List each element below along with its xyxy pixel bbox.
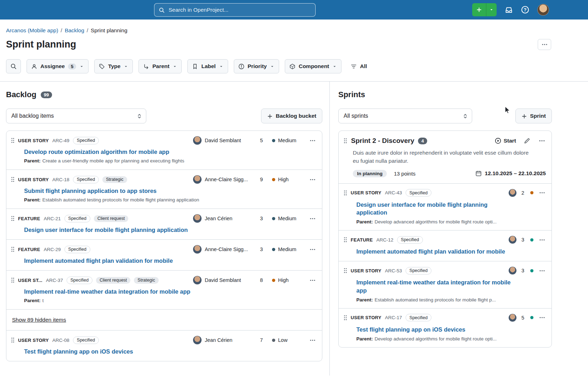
filter-label[interactable]: Label: [187, 59, 228, 73]
status-badge: Specified: [73, 337, 99, 344]
work-item-title-link[interactable]: Implement automated flight plan validati…: [24, 257, 173, 264]
row-overflow-button[interactable]: [309, 337, 316, 344]
show-hidden-items-link[interactable]: Show 89 hidden items: [12, 317, 66, 323]
filter-parent[interactable]: Parent: [138, 59, 182, 73]
label-badge: Strategic: [134, 277, 158, 284]
row-overflow-button[interactable]: [538, 189, 546, 196]
drag-handle-icon[interactable]: [344, 237, 347, 243]
breadcrumb-project-link[interactable]: Arcanos (Mobile app): [6, 27, 58, 33]
drag-handle-icon[interactable]: [11, 246, 15, 252]
sprint-date-range: 12.10.2025 – 22.10.2025: [485, 170, 546, 177]
start-sprint-button[interactable]: Start: [495, 138, 516, 144]
breadcrumb-current: Sprint planning: [91, 27, 127, 33]
work-item-title-link[interactable]: Design user interface for mobile flight …: [356, 201, 487, 216]
hierarchy-icon: [143, 63, 149, 70]
inbox-icon[interactable]: [505, 6, 513, 14]
row-overflow-button[interactable]: [309, 137, 316, 144]
filter-priority[interactable]: Priority: [234, 59, 279, 73]
global-create-button[interactable]: [472, 3, 497, 16]
drag-handle-icon[interactable]: [344, 315, 347, 321]
work-item-row: USER STORY ARC-49 Specified David Sembla…: [6, 131, 322, 170]
work-item-title-link[interactable]: Develop route optimization algorithm for…: [24, 149, 169, 155]
work-item-title-link[interactable]: Implement real-time weather data integra…: [356, 279, 511, 293]
breadcrumb-separator: /: [87, 27, 88, 33]
filter-count-badge: 5: [68, 63, 76, 70]
work-item-title-link[interactable]: Implement automated flight plan validati…: [356, 248, 505, 255]
status-badge: Specified: [397, 236, 423, 244]
sprint-description: Duis aute irure dolor in reprehenderit i…: [353, 149, 532, 165]
parent-text: t: [43, 298, 44, 303]
work-item-title-link[interactable]: Design user interface for mobile flight …: [24, 227, 188, 233]
breadcrumb-section-link[interactable]: Backlog: [65, 27, 84, 33]
caret-down-icon: [79, 63, 84, 70]
avatar: [193, 136, 202, 145]
status-badge: Specified: [64, 246, 90, 253]
filter-all[interactable]: All: [351, 63, 367, 70]
drag-handle-icon[interactable]: [11, 277, 15, 283]
caret-down-icon: [219, 63, 224, 70]
filter-component[interactable]: Component: [285, 59, 341, 73]
story-points: 5: [521, 315, 524, 321]
drag-handle-icon[interactable]: [344, 268, 347, 273]
sprint-work-item-row: FEATURE ARC-12 Specified 3 Implement aut…: [339, 230, 552, 261]
caret-down-icon[interactable]: [486, 3, 497, 16]
row-overflow-button[interactable]: [309, 215, 316, 222]
drag-handle-icon[interactable]: [11, 216, 15, 221]
add-backlog-bucket-button[interactable]: Backlog bucket: [261, 109, 322, 123]
backlog-heading: Backlog: [6, 90, 36, 99]
drag-handle-icon[interactable]: [11, 138, 15, 143]
row-overflow-button[interactable]: [538, 314, 546, 321]
status-badge: Specified: [406, 314, 431, 321]
backlog-filter-select[interactable]: All backlog items: [6, 109, 146, 123]
backlog-column: Backlog 99 All backlog items Backlog buc…: [0, 82, 330, 376]
drag-handle-icon[interactable]: [11, 337, 15, 343]
status-badge: Specified: [406, 189, 431, 196]
assignee-name: Jean Cérien: [205, 337, 259, 343]
work-item-title-link[interactable]: Submit flight planning application to ap…: [24, 188, 157, 194]
work-item-title-link[interactable]: Test flight planning app on iOS devices: [356, 326, 465, 333]
edit-sprint-button[interactable]: [524, 138, 530, 144]
priority-dot: [530, 191, 533, 194]
play-icon: [495, 138, 501, 144]
sprints-column: Sprints All sprints Sprint Sprint 2 - Di…: [330, 82, 588, 376]
avatar: [509, 189, 516, 197]
select-stepper-icon: [463, 113, 468, 119]
sprint-card: Sprint 2 - Discovery 4 Start Duis aute i…: [338, 131, 552, 348]
row-overflow-button[interactable]: [538, 236, 546, 244]
filter-search-button[interactable]: [6, 59, 21, 73]
parent-text: Establish automated testing protocols fo…: [43, 197, 199, 202]
avatar: [193, 175, 202, 184]
help-icon[interactable]: [521, 6, 529, 14]
row-overflow-button[interactable]: [309, 277, 316, 284]
priority-label: High: [278, 277, 289, 283]
global-search-input[interactable]: [154, 3, 316, 17]
parent-text: Establish automated testing protocols fo…: [375, 297, 496, 302]
select-stepper-icon: [137, 113, 142, 119]
alert-circle-icon: [238, 63, 244, 70]
parent-text: Develop advanced algorithms for mobile f…: [375, 336, 497, 342]
row-overflow-button[interactable]: [538, 267, 546, 274]
priority-label: Medium: [278, 138, 296, 143]
status-badge: Specified: [67, 277, 92, 284]
sprint-overflow-button[interactable]: [538, 137, 546, 145]
drag-handle-icon[interactable]: [11, 177, 15, 182]
sprint-work-item-row: USER STORY ARC-17 Specified 5 Test fligh…: [339, 308, 552, 347]
page-overflow-button[interactable]: [538, 39, 551, 50]
work-item-title-link[interactable]: Test flight planning app on iOS devices: [24, 348, 133, 355]
story-points: 9: [260, 177, 268, 182]
calendar-icon: [475, 170, 482, 177]
search-icon: [159, 7, 165, 13]
add-sprint-button[interactable]: Sprint: [515, 109, 552, 123]
backlog-list: USER STORY ARC-49 Specified David Sembla…: [6, 131, 322, 361]
filter-assignee[interactable]: Assignee 5: [27, 59, 89, 73]
work-item-title-link[interactable]: Implement real-time weather data integra…: [24, 288, 190, 295]
row-overflow-button[interactable]: [309, 246, 316, 253]
drag-handle-icon[interactable]: [344, 138, 347, 144]
user-avatar[interactable]: [537, 4, 549, 16]
sprints-filter-select[interactable]: All sprints: [338, 109, 472, 123]
drag-handle-icon[interactable]: [344, 190, 347, 196]
priority-dot: [272, 248, 275, 251]
filter-bar: Assignee 5 Type Parent Label Priority Co…: [6, 59, 588, 73]
filter-type[interactable]: Type: [94, 59, 133, 73]
row-overflow-button[interactable]: [309, 176, 316, 183]
